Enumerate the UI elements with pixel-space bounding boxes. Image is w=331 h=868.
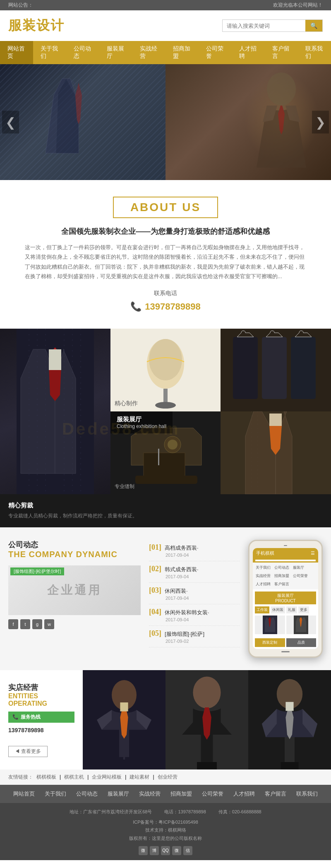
- nav-item-home[interactable]: 网站首页: [0, 41, 33, 64]
- footer-social-5[interactable]: 信: [183, 846, 192, 855]
- entities-left: 实店经营 ENTITIES OPERATING 📞 服务热线 139787898…: [0, 670, 83, 769]
- news-left: 公司动态 THE COMPANY DYNAMIC [服饰组图]·[松萨堡尔时] …: [8, 540, 141, 629]
- phone-nav-recruit[interactable]: 人才招聘: [254, 581, 272, 588]
- nav-item-gallery[interactable]: 服装展厅: [99, 41, 132, 64]
- footer-nav-news[interactable]: 公司动态: [71, 788, 103, 800]
- social-icon-4[interactable]: w: [44, 619, 54, 629]
- phone-nav-gallery[interactable]: 服装厅: [292, 564, 305, 571]
- phone-btn2[interactable]: 品质: [286, 638, 317, 647]
- social-icon-3[interactable]: g: [32, 619, 42, 629]
- about-title: ABOUT US: [113, 197, 218, 218]
- list-item: [05][服饰组图]·[松萨] 2017-09-02: [149, 626, 240, 647]
- gallery-cell-1: [0, 329, 110, 494]
- entity-image-1: [83, 670, 166, 769]
- footer-social-2[interactable]: 博: [150, 846, 159, 855]
- svg-rect-34: [125, 757, 134, 769]
- phone-nav-honor[interactable]: 公司荣誉: [292, 572, 309, 579]
- nav-item-about[interactable]: 关于我们: [33, 41, 66, 64]
- gallery-cell-4: 专业缝制: [110, 411, 221, 494]
- logo: 服装设计: [8, 17, 65, 35]
- footer-link-2[interactable]: 棋棋主机: [64, 774, 84, 781]
- top-bar-left: 网站公告：: [8, 2, 33, 9]
- footer-copyright: 版权所有：这里是您的公司版权名称: [8, 834, 323, 843]
- footer-nav-join[interactable]: 招商加盟: [166, 788, 197, 800]
- phone-product-2: [286, 616, 317, 634]
- footer-link-5[interactable]: 创业经营: [158, 774, 177, 781]
- search-button[interactable]: 🔍: [305, 20, 322, 31]
- footer-nav-home[interactable]: 网站首页: [8, 788, 40, 800]
- footer-fax: 传真：020-66888888: [218, 808, 261, 816]
- footer-social-1[interactable]: 微: [139, 846, 148, 855]
- entities-phone-box: 📞 服务热线: [8, 712, 74, 723]
- contact-label: 联系电话: [25, 290, 306, 297]
- footer-nav-about[interactable]: 关于我们: [40, 788, 71, 800]
- footer-nav-contact[interactable]: 联系我们: [291, 788, 323, 800]
- about-text: 这一次，但丁换上了一件莉莎的领带。可是在宴会进行时，但丁一再将自己无暇如身物摆在…: [25, 243, 306, 281]
- phone-tab-more[interactable]: 更多: [298, 606, 309, 613]
- svg-rect-2: [49, 349, 61, 370]
- precision-description: 专业裁缝人员精心剪裁，制作流程严格把控，质量有保证。: [8, 512, 137, 520]
- entities-images: [83, 670, 331, 769]
- news-banner-tag: [服饰组图]·[松萨堡尔时]: [10, 567, 64, 575]
- phone-nav-message[interactable]: 客户留言: [273, 581, 290, 588]
- footer-nav-gallery[interactable]: 服装展厅: [103, 788, 134, 800]
- footer-social-3[interactable]: QQ: [161, 846, 170, 855]
- about-section: ABOUT US 全国领先服装制衣企业——为您量身打造极致的舒适感和优越感 这一…: [0, 180, 331, 329]
- phone-tab-3[interactable]: 礼服: [286, 606, 297, 613]
- footer-link-1[interactable]: 棋棋模板: [36, 774, 56, 781]
- phone-suit-btn[interactable]: 西装定制: [255, 638, 285, 647]
- contact-phone: 📞 13978789898: [25, 301, 306, 312]
- phone-tab-2[interactable]: 休闲装: [271, 606, 285, 613]
- precision-section: 精心剪裁 专业裁缝人员精心剪裁，制作流程严格把控，质量有保证。: [0, 494, 331, 527]
- nav-item-message[interactable]: 客户留言: [265, 41, 298, 64]
- svg-rect-40: [207, 762, 217, 769]
- nav-item-news[interactable]: 公司动态: [66, 41, 99, 64]
- footer-nav-honor[interactable]: 公司荣誉: [197, 788, 228, 800]
- phone-product-1: [255, 616, 285, 634]
- search-input[interactable]: [223, 20, 305, 31]
- nav-item-join[interactable]: 招商加盟: [166, 41, 199, 64]
- phone-nav: 关于我们 公司动态 服装厅 实战经营 招商加盟 公司荣誉 人才招聘 客户留言: [253, 563, 318, 589]
- footer-links-label: 友情链接：: [8, 774, 33, 781]
- phone-nav-join[interactable]: 招商加盟: [273, 572, 290, 579]
- svg-rect-35: [120, 702, 128, 712]
- footer-phone: 电话：13978789898: [164, 808, 206, 816]
- social-icon-2[interactable]: t: [20, 619, 30, 629]
- footer-address: 地址：广东省广州市荔湾经济开发区68号: [70, 808, 152, 816]
- svg-point-13: [155, 402, 176, 409]
- prev-arrow[interactable]: ❮: [2, 111, 19, 134]
- entity-image-2: [166, 670, 248, 769]
- phone-nav-about[interactable]: 关于我们: [254, 564, 272, 571]
- entity-image-3: [248, 670, 331, 769]
- phone-nav-news[interactable]: 公司动态: [273, 564, 290, 571]
- nav-item-entities[interactable]: 实战经营: [132, 41, 166, 64]
- nav-item-honor[interactable]: 公司荣誉: [199, 41, 232, 64]
- entities-service-label: 服务热线: [21, 714, 41, 721]
- footer-nav-message[interactable]: 客户留言: [260, 788, 291, 800]
- main-nav: 网站首页 关于我们 公司动态 服装展厅 实战经营 招商加盟 公司荣誉 人才招聘 …: [0, 41, 331, 64]
- phone-products: [255, 616, 316, 634]
- phone-search-box[interactable]: [255, 560, 316, 561]
- svg-rect-17: [291, 337, 316, 399]
- footer-link-3[interactable]: 企业网站模板: [92, 774, 122, 781]
- mobile-preview: 手机棋棋 ☰ 关于我们 公司动态 服装厅 实战经营 招商加盟 公司荣誉 人才招聘…: [248, 540, 323, 658]
- svg-rect-23: [135, 476, 197, 484]
- svg-rect-16: [262, 337, 287, 399]
- nav-item-recruit[interactable]: 人才招聘: [232, 41, 265, 64]
- gallery-grid: 精心制作: [0, 329, 331, 494]
- gallery-cell-2: 精心制作: [110, 329, 221, 411]
- svg-rect-45: [290, 762, 299, 769]
- entities-section: 实店经营 ENTITIES OPERATING 📞 服务热线 139787898…: [0, 670, 331, 769]
- footer-nav-entities[interactable]: 实战经营: [134, 788, 166, 800]
- footer-social-4[interactable]: 微: [172, 846, 181, 855]
- next-arrow[interactable]: ❯: [312, 111, 329, 134]
- footer-link-4[interactable]: 建站素材: [130, 774, 149, 781]
- footer-nav-recruit[interactable]: 人才招聘: [228, 788, 260, 800]
- nav-item-contact[interactable]: 联系我们: [298, 41, 331, 64]
- social-icon-1[interactable]: f: [8, 619, 18, 629]
- entities-title-en: ENTITIES OPERATING: [8, 692, 74, 707]
- phone-tabs: 工作装 休闲装 礼服 更多: [255, 606, 316, 613]
- entities-more-button[interactable]: ◀ 查看更多: [8, 746, 48, 757]
- phone-nav-entities[interactable]: 实战经营: [254, 572, 272, 579]
- phone-tab-1[interactable]: 工作装: [255, 606, 269, 613]
